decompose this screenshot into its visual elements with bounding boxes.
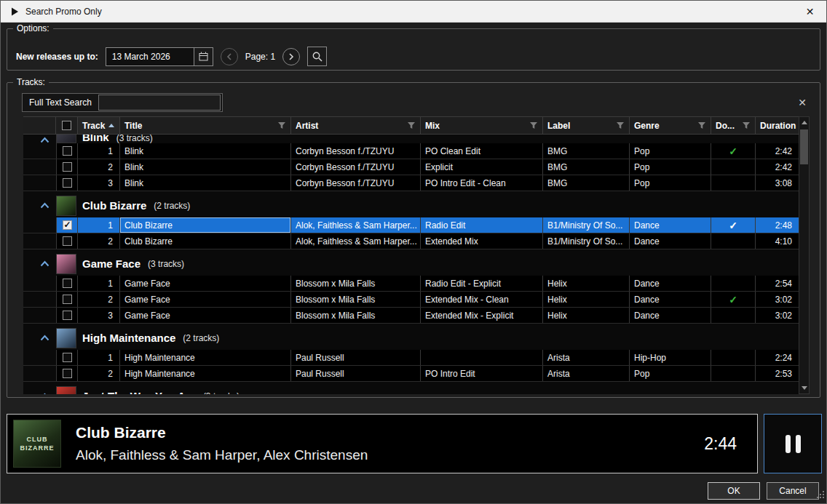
track-title-cell[interactable]: Blink <box>120 143 291 159</box>
track-title-cell[interactable]: Game Face <box>120 276 291 291</box>
clear-search-icon[interactable]: ✕ <box>795 97 810 108</box>
row-checkbox[interactable] <box>56 276 78 291</box>
track-row[interactable]: 1Game FaceBlossom x Mila FallsRadio Edit… <box>23 276 799 292</box>
track-artist-cell: Corbyn Besson f./TZUYU <box>291 175 421 191</box>
track-title-cell[interactable]: Club Bizarre <box>120 217 291 233</box>
filter-funnel-icon[interactable] <box>407 121 416 129</box>
album-art-thumbnail <box>56 328 76 348</box>
track-mix-cell: PO Intro Edit <box>421 366 543 381</box>
header-artist[interactable]: Artist <box>291 117 421 134</box>
scroll-down-icon[interactable] <box>799 383 809 393</box>
track-downloaded-cell <box>711 308 756 323</box>
header-genre[interactable]: Genre <box>630 117 711 134</box>
group-header-row[interactable]: Game Face(3 tracks) <box>23 252 799 276</box>
track-title-cell[interactable]: High Maintenance <box>120 350 291 365</box>
date-picker[interactable]: 13 March 2026 <box>106 47 213 66</box>
track-number-cell: 1 <box>78 276 120 291</box>
track-row[interactable]: 1BlinkCorbyn Besson f./TZUYUPO Clean Edi… <box>23 143 799 159</box>
resize-grip[interactable] <box>817 489 825 502</box>
track-row[interactable]: 2Club BizarreAlok, Faithless & Sam Harpe… <box>23 233 799 249</box>
header-label[interactable]: Label <box>543 117 630 134</box>
track-label-cell: BMG <box>543 143 630 159</box>
next-page-button[interactable] <box>282 48 300 65</box>
collapse-chevron-icon[interactable] <box>40 335 50 341</box>
previous-page-button[interactable] <box>221 48 238 65</box>
collapse-chevron-icon[interactable] <box>40 202 50 209</box>
now-playing-time: 2:44 <box>704 434 737 454</box>
track-row[interactable]: 1High MaintenancePaul RussellAristaHip-H… <box>23 350 799 366</box>
track-title-cell[interactable]: Club Bizarre <box>120 233 291 249</box>
scrollbar-thumb[interactable] <box>800 129 808 164</box>
row-indent-cell <box>23 217 56 233</box>
filter-funnel-icon[interactable] <box>616 121 625 129</box>
track-label-cell: B1/Ministry Of So... <box>543 233 630 249</box>
track-mix-cell <box>421 350 543 365</box>
full-text-search-label: Full Text Search <box>23 97 98 108</box>
track-row[interactable]: 3Game FaceBlossom x Mila FallsExtended M… <box>23 308 799 324</box>
track-mix-cell: Radio Edit <box>421 217 543 233</box>
track-row[interactable]: 2High MaintenancePaul RussellPO Intro Ed… <box>23 366 799 382</box>
track-title-cell[interactable]: Blink <box>120 175 291 191</box>
track-row[interactable]: 3BlinkCorbyn Besson f./TZUYUPO Intro Edi… <box>23 175 799 191</box>
track-title-cell[interactable]: High Maintenance <box>120 366 291 381</box>
row-checkbox[interactable] <box>56 217 78 233</box>
header-title[interactable]: Title <box>120 117 291 134</box>
checkbox-icon <box>62 121 71 130</box>
header-select-all-checkbox[interactable] <box>56 117 78 134</box>
date-value[interactable]: 13 March 2026 <box>106 48 194 65</box>
row-checkbox[interactable] <box>56 308 78 323</box>
sort-asc-icon <box>108 124 114 127</box>
row-checkbox[interactable] <box>56 175 78 191</box>
track-label-cell: Arista <box>543 366 630 381</box>
track-number-cell: 2 <box>78 366 120 381</box>
header-track[interactable]: Track <box>78 117 120 134</box>
row-checkbox[interactable] <box>56 233 78 249</box>
row-checkbox[interactable] <box>56 292 78 307</box>
collapse-chevron-icon[interactable] <box>40 260 50 267</box>
header-mix[interactable]: Mix <box>421 117 543 134</box>
track-row[interactable]: 1Club BizarreAlok, Faithless & Sam Harpe… <box>23 217 799 233</box>
track-row[interactable]: 2Game FaceBlossom x Mila FallsExtended M… <box>23 292 799 308</box>
group-track-count: (3 tracks) <box>203 391 240 395</box>
track-mix-cell: PO Clean Edit <box>421 143 543 159</box>
row-checkbox[interactable] <box>56 143 78 159</box>
filter-funnel-icon[interactable] <box>529 121 538 129</box>
track-title-cell[interactable]: Game Face <box>120 292 291 307</box>
row-checkbox[interactable] <box>56 366 78 381</box>
filter-funnel-icon[interactable] <box>697 121 706 129</box>
checkbox-icon <box>63 279 72 288</box>
group-header-row[interactable]: High Maintenance(2 tracks) <box>23 326 799 350</box>
row-checkbox[interactable] <box>56 350 78 365</box>
close-icon[interactable]: ✕ <box>794 1 826 23</box>
track-number-cell: 2 <box>78 292 120 307</box>
search-button[interactable] <box>307 47 327 66</box>
track-artist-cell: Alok, Faithless & Sam Harper... <box>291 217 421 233</box>
full-text-search-input[interactable] <box>98 95 221 111</box>
ok-button[interactable]: OK <box>708 482 760 500</box>
track-title-cell[interactable]: Blink <box>120 159 291 175</box>
group-header-row[interactable]: Just The Way You Are(3 tracks) <box>23 384 799 394</box>
calendar-icon[interactable] <box>194 48 213 65</box>
collapse-chevron-icon[interactable] <box>40 393 50 394</box>
collapse-chevron-icon[interactable] <box>40 137 50 143</box>
now-playing-artists: Alok, Faithless & Sam Harper, Alex Chris… <box>76 447 368 463</box>
group-header-row[interactable]: Blink(3 tracks) <box>23 135 799 143</box>
filter-funnel-icon[interactable] <box>277 121 286 129</box>
header-duration[interactable]: Duration <box>756 117 799 134</box>
track-artist-cell: Blossom x Mila Falls <box>291 276 421 291</box>
scroll-up-icon[interactable] <box>799 117 809 128</box>
track-row[interactable]: 2BlinkCorbyn Besson f./TZUYUExplicitBMGP… <box>23 159 799 175</box>
group-header-row[interactable]: Club Bizarre(2 tracks) <box>23 193 799 217</box>
cancel-button[interactable]: Cancel <box>767 482 819 500</box>
vertical-scrollbar[interactable] <box>799 116 810 394</box>
filter-funnel-icon[interactable] <box>742 121 751 129</box>
track-title-cell[interactable]: Game Face <box>120 308 291 323</box>
row-checkbox[interactable] <box>56 159 78 175</box>
track-artist-cell: Corbyn Besson f./TZUYU <box>291 159 421 175</box>
table-body: Blink(3 tracks)1BlinkCorbyn Besson f./TZ… <box>23 135 799 394</box>
row-indent-cell <box>23 366 56 381</box>
pause-button[interactable] <box>764 414 822 473</box>
header-downloaded[interactable]: Do... <box>711 117 756 134</box>
checkbox-icon <box>63 353 72 362</box>
checkbox-icon <box>63 369 72 378</box>
